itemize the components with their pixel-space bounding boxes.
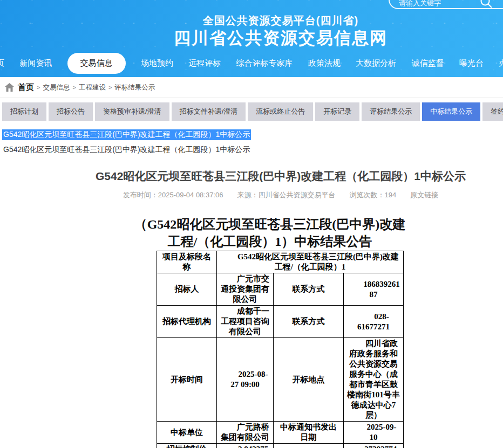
search-placeholder: 请输入关键字	[399, 0, 441, 8]
tab-bidding-announcement[interactable]: 招标公告	[49, 102, 93, 121]
cell-project-name-label: 项目及标段名称	[157, 251, 217, 273]
cell-winning-amount-value: 27392774.56元	[344, 444, 404, 448]
cell-tenderer-label: 招标人	[157, 273, 217, 306]
original-link[interactable]: 原文链接	[410, 191, 438, 199]
cell-opening-place-label: 开标地点	[274, 338, 344, 422]
cell-agency-label: 招标代理机构	[157, 306, 217, 338]
cell-agency-contact-label: 联系方式	[274, 306, 344, 338]
cell-agency-value: 成都千一工程项目咨询有限公司	[217, 306, 274, 338]
breadcrumb-home[interactable]: 首页	[18, 82, 34, 93]
view-count: 浏览次数：194	[350, 191, 397, 199]
site-header: 请输入关键字 全国公共资源交易平台(四川省) 四川省公共资源交易信息网 首页 新…	[0, 0, 503, 77]
breadcrumb-evaluation-result[interactable]: 评标结果公示	[114, 83, 155, 92]
nav-item-integrity[interactable]: 诚信监督	[411, 53, 444, 74]
cell-opening-time-value: 2025-08-27 09:00	[217, 338, 274, 422]
nav-item-home[interactable]: 首页	[0, 53, 4, 74]
cell-opening-time-label: 开标时间	[157, 338, 217, 422]
tab-failed-or-terminated[interactable]: 流标或终止公告	[248, 102, 313, 121]
nav-item-big-data[interactable]: 大数据分析	[356, 53, 396, 74]
document-title: （G542昭化区元坝至旺苍县三江段(巴中界)改建工程/（化工园段）1）中标结果公…	[133, 216, 407, 250]
page-title: G542昭化区元坝至旺苍县三江段(巴中界)改建工程（化工园段）1中标公示	[0, 169, 503, 184]
publish-time: 发布时间：2025-09-04 08:37:06	[123, 191, 223, 199]
nav-item-expert-database[interactable]: 综合评标专家库	[236, 53, 293, 74]
cell-winner-value: 广元路桥集团有限公司	[217, 422, 274, 444]
tab-opening-record[interactable]: 开标记录	[315, 102, 359, 121]
nav-item-news[interactable]: 新闻资讯	[19, 53, 52, 74]
tab-bidding-plan[interactable]: 招标计划	[2, 102, 46, 121]
breadcrumb-separator	[72, 84, 76, 91]
table-row: 项目及标段名称 G542昭化区元坝至旺苍县三江段(巴中界)改建工程/（化工园段）…	[157, 251, 404, 273]
cell-contact-value: 18683926187	[344, 273, 404, 306]
nav-item-remote-evaluation[interactable]: 远程评标	[188, 53, 221, 74]
cell-notice-date-label: 中标通知书发出日期	[274, 422, 344, 444]
breadcrumb-engineering[interactable]: 工程建设	[79, 83, 106, 92]
cell-opening-place-value: 四川省政府政务服务和公共资源交易服务中心（成都市青羊区鼓楼南街101号丰德成达中…	[344, 338, 404, 422]
tab-evaluation-result[interactable]: 评标结果公示	[362, 102, 420, 121]
cell-notice-date-value: 2025-09-10	[344, 422, 404, 444]
table-row: 招标控制价（元） 2.8423758E7 中标金额（元） 27392774.56…	[157, 444, 404, 448]
table-row: 中标单位 广元路桥集团有限公司 中标通知书发出日期 2025-09-10	[157, 422, 404, 444]
nav-item-exposure[interactable]: 曝光台	[459, 53, 484, 74]
breadcrumb-separator	[108, 84, 112, 91]
tab-bid-doc-addendum[interactable]: 招标文件补遗/澄清	[172, 102, 246, 121]
cell-control-price-label: 招标控制价（元）	[157, 444, 217, 448]
source: 来源：四川省公共资源交易平台	[237, 191, 336, 199]
cell-winner-label: 中标单位	[157, 422, 217, 444]
tab-winning-result[interactable]: 中标结果公示	[422, 102, 480, 121]
table-row: 招标人 广元市交通投资集团有限公司 联系方式 18683926187	[157, 273, 404, 306]
search-input[interactable]: 请输入关键字	[389, 0, 503, 9]
tab-contract-performance[interactable]: 签约履行	[482, 102, 503, 121]
announcement-link[interactable]: G542昭化区元坝至旺苍县三江段(巴中界)改建工程（化工园段）1中标公示	[3, 145, 503, 155]
site-title: 四川省公共资源交易信息网	[0, 27, 503, 50]
cell-control-price-value: 2.8423758E7	[217, 444, 274, 448]
main-nav: 首页 新闻资讯 交易信息 场地预约 远程评标 综合评标专家库 政策法规 大数据分…	[0, 53, 503, 74]
bid-result-table: 项目及标段名称 G542昭化区元坝至旺苍县三江段(巴中界)改建工程/（化工园段）…	[157, 251, 404, 448]
breadcrumb: 首页 交易信息 工程建设 评标结果公示	[0, 77, 503, 98]
category-tabs: 招标计划 招标公告 资格预审补遗/澄清 招标文件补遗/澄清 流标或终止公告 开标…	[2, 102, 503, 121]
nav-item-service-guide[interactable]: 办事指南	[499, 53, 503, 74]
cell-project-name-value: G542昭化区元坝至旺苍县三江段(巴中界)改建工程/（化工园段）1	[217, 251, 404, 273]
table-row: 招标代理机构 成都千一工程项目咨询有限公司 联系方式 028-61677271	[157, 306, 404, 338]
cell-winning-amount-label: 中标金额（元）	[274, 444, 344, 448]
cell-contact-label: 联系方式	[274, 273, 344, 306]
home-icon[interactable]	[5, 83, 14, 92]
site-subtitle: 全国公共资源交易平台(四川省)	[0, 13, 503, 28]
breadcrumb-separator	[37, 84, 40, 91]
breadcrumb-trading-info[interactable]: 交易信息	[43, 83, 70, 92]
cell-agency-contact-value: 028-61677271	[344, 306, 404, 338]
search-icon[interactable]	[479, 0, 493, 11]
cell-tenderer-value: 广元市交通投资集团有限公司	[217, 273, 274, 306]
table-row: 开标时间 2025-08-27 09:00 开标地点 四川省政府政务服务和公共资…	[157, 338, 404, 422]
tab-prequalification-addendum[interactable]: 资格预审补遗/澄清	[95, 102, 169, 121]
nav-item-policies[interactable]: 政策法规	[308, 53, 341, 74]
nav-item-trading-info[interactable]: 交易信息	[67, 53, 126, 74]
article-meta: 发布时间：2025-09-04 08:37:06来源：四川省公共资源交易平台浏览…	[0, 190, 503, 200]
announcement-link-selected[interactable]: G542昭化区元坝至旺苍县三江段(巴中界)改建工程（化工园段）1中标公示	[2, 129, 251, 140]
nav-item-venue-booking[interactable]: 场地预约	[141, 53, 173, 74]
